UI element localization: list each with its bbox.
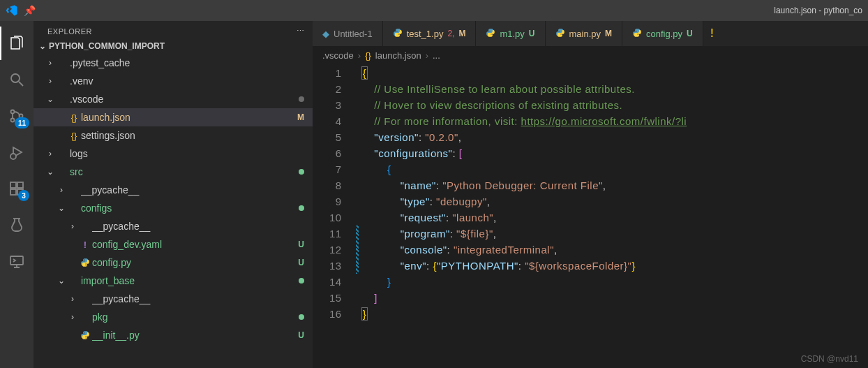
- activity-bar: 11 3: [0, 21, 33, 368]
- tree-item[interactable]: ⌄.vscode: [33, 90, 313, 108]
- git-status: M: [293, 112, 304, 122]
- git-dot-icon: [299, 205, 304, 211]
- svg-rect-7: [10, 182, 16, 188]
- pin-icon[interactable]: 📌: [24, 5, 36, 16]
- sidebar: EXPLORER ⋯ ⌄ PYTHON_COMMON_IMPORT ›.pyte…: [33, 21, 313, 368]
- editor-tab[interactable]: test_1.py2,M: [383, 21, 477, 46]
- code-text[interactable]: { // Use IntelliSense to learn about pos…: [361, 65, 868, 368]
- tree-item-label: settings.json: [81, 130, 304, 141]
- editor-area: ◆Untitled-1test_1.py2,Mm1.pyUmain.pyMcon…: [313, 21, 868, 368]
- editor-tab[interactable]: config.pyU: [622, 21, 703, 46]
- chevron-icon: ›: [67, 221, 78, 231]
- file-icon: [393, 28, 403, 40]
- tree-item[interactable]: ⌄import_base: [33, 272, 313, 290]
- tab-label: main.py: [569, 29, 601, 39]
- chevron-down-icon: ⌄: [39, 41, 46, 51]
- editor-tab[interactable]: ◆Untitled-1: [313, 21, 383, 46]
- vscode-logo-icon: [6, 4, 18, 17]
- chevron-right-icon: ›: [358, 50, 361, 61]
- file-icon: [486, 28, 495, 40]
- editor-tab[interactable]: m1.pyU: [476, 21, 545, 46]
- file-icon: ◆: [322, 29, 329, 39]
- tree-item[interactable]: ·config.pyU: [33, 253, 313, 272]
- titlebar: 📌 launch.json - python_co: [0, 0, 868, 21]
- tree-item[interactable]: ›__pycache__: [33, 290, 313, 308]
- file-icon: [632, 28, 642, 40]
- explorer-activity[interactable]: [0, 27, 33, 60]
- tree-item[interactable]: ·{}settings.json: [33, 126, 313, 145]
- tree-item[interactable]: ›.venv: [33, 72, 313, 90]
- file-icon: [555, 28, 565, 40]
- file-icon: {}: [67, 112, 81, 123]
- search-activity[interactable]: [0, 63, 33, 96]
- breadcrumb[interactable]: .vscode › {} launch.json › ...: [313, 46, 868, 65]
- tree-item[interactable]: ⌄src: [33, 163, 313, 181]
- tree-item-label: .venv: [70, 75, 304, 87]
- svg-point-3: [11, 119, 15, 122]
- tree-item[interactable]: ›.pytest_cache: [33, 54, 313, 72]
- tree-item-label: .vscode: [70, 94, 294, 105]
- tree-item[interactable]: ·!config_dev.yamlU: [33, 235, 313, 253]
- editor-tab[interactable]: main.pyM: [546, 21, 623, 46]
- svg-point-2: [11, 110, 15, 114]
- tree-item-label: src: [70, 166, 294, 177]
- tree-item[interactable]: ›__pycache__: [33, 217, 313, 235]
- chevron-right-icon: ›: [426, 50, 428, 61]
- extensions-badge: 3: [18, 190, 29, 201]
- tab-label: m1.py: [500, 29, 524, 39]
- glyph-margin: [354, 65, 361, 368]
- svg-rect-9: [10, 189, 16, 195]
- chevron-icon: ⌄: [45, 167, 56, 177]
- tree-item[interactable]: ·__init__.pyU: [33, 326, 313, 344]
- file-icon: [78, 258, 92, 267]
- svg-rect-8: [17, 182, 23, 188]
- chevron-icon: ⌄: [56, 203, 67, 213]
- file-icon: [78, 330, 92, 340]
- tree-item[interactable]: ⌄configs: [33, 199, 313, 217]
- extensions-activity[interactable]: 3: [0, 172, 33, 205]
- testing-activity[interactable]: [0, 208, 33, 242]
- editor-tabs: ◆Untitled-1test_1.py2,Mm1.pyUmain.pyMcon…: [313, 21, 868, 46]
- tree-item-label: config.py: [92, 257, 294, 268]
- watermark: CSDN @nvd11: [801, 354, 858, 364]
- git-dot-icon: [299, 169, 304, 175]
- json-icon: {}: [365, 50, 371, 61]
- tree-item-label: logs: [70, 148, 304, 159]
- tree-item-label: import_base: [81, 275, 294, 286]
- tree-item-label: launch.json: [81, 112, 293, 123]
- tab-label: config.py: [646, 29, 682, 39]
- svg-line-1: [19, 82, 23, 86]
- file-tree: ›.pytest_cache›.venv⌄.vscode·{}launch.js…: [33, 54, 313, 368]
- tree-item[interactable]: ›pkg: [33, 308, 313, 326]
- chevron-icon: ›: [56, 185, 67, 195]
- git-status: U: [529, 29, 535, 38]
- sidebar-title: EXPLORER: [47, 27, 92, 36]
- sidebar-more-icon[interactable]: ⋯: [297, 27, 305, 36]
- chevron-icon: ›: [45, 76, 56, 86]
- git-status: M: [458, 29, 465, 38]
- warning-icon: !: [703, 27, 721, 40]
- file-icon: !: [78, 240, 92, 250]
- chevron-icon: ›: [67, 312, 78, 322]
- git-status: U: [294, 258, 304, 267]
- git-dot-icon: [299, 96, 304, 102]
- tree-item[interactable]: ·{}launch.jsonM: [33, 108, 313, 126]
- code-editor[interactable]: 12345678910111213141516 { // Use Intelli…: [313, 65, 868, 368]
- problem-count: 2,: [447, 29, 454, 38]
- chevron-icon: ⌄: [56, 276, 67, 286]
- section-header[interactable]: ⌄ PYTHON_COMMON_IMPORT: [33, 38, 313, 54]
- chevron-icon: ›: [45, 58, 56, 68]
- tree-item-label: .pytest_cache: [70, 57, 304, 68]
- scm-badge: 11: [15, 117, 29, 128]
- svg-rect-12: [10, 256, 23, 265]
- svg-point-6: [10, 154, 16, 159]
- tree-item-label: configs: [81, 203, 294, 214]
- chevron-icon: ›: [45, 149, 56, 159]
- scm-activity[interactable]: 11: [0, 99, 33, 133]
- git-status: U: [687, 29, 693, 38]
- debug-activity[interactable]: [0, 135, 33, 169]
- remote-activity[interactable]: [0, 244, 33, 278]
- tree-item[interactable]: ›__pycache__: [33, 181, 313, 199]
- tree-item[interactable]: ›logs: [33, 145, 313, 163]
- tree-item-label: __pycache__: [81, 184, 304, 196]
